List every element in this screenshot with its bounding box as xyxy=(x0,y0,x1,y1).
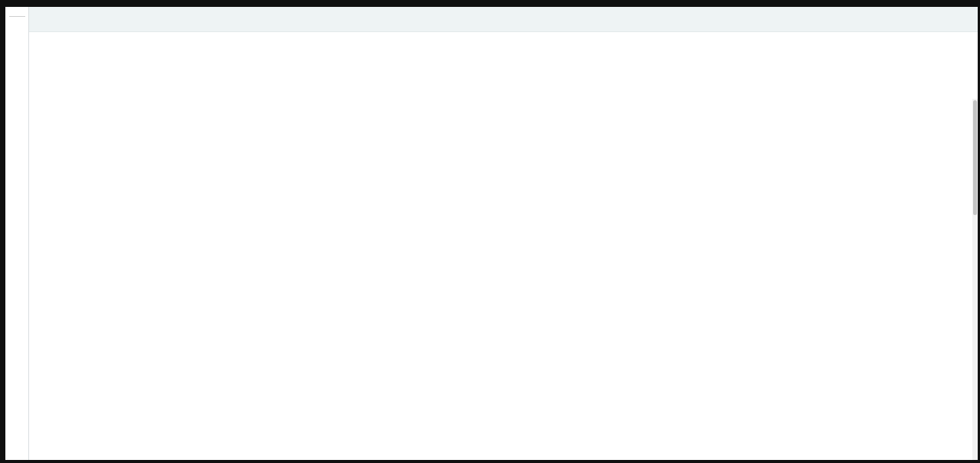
sidebar xyxy=(5,7,29,460)
filter-button[interactable] xyxy=(944,38,961,54)
main-area xyxy=(29,7,978,460)
content-area xyxy=(29,32,978,460)
vertical-scrollbar[interactable] xyxy=(972,99,978,460)
app-window xyxy=(5,7,978,460)
toolbar xyxy=(38,38,969,54)
page-header xyxy=(29,7,978,32)
scrollbar-thumb[interactable] xyxy=(973,100,977,215)
sidebar-divider xyxy=(9,16,25,17)
